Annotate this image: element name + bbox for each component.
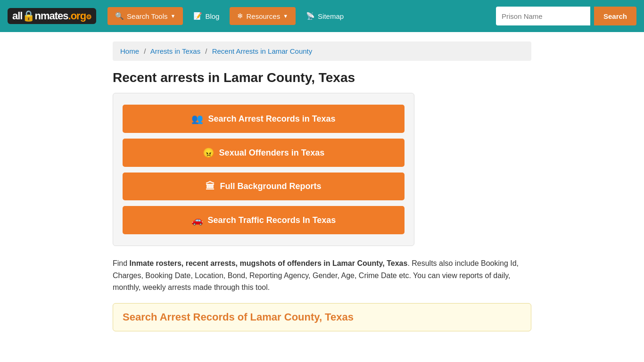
sitemap-label: Sitemap	[318, 12, 344, 20]
sitemap-icon: 📡	[306, 12, 315, 20]
breadcrumb-home-link[interactable]: Home	[120, 47, 139, 55]
background-reports-label: Full Background Reports	[220, 181, 321, 191]
description-text: Find Inmate rosters, recent arrests, mug…	[113, 257, 531, 294]
sexual-offenders-label: Sexual Offenders in Texas	[219, 148, 325, 158]
resources-button[interactable]: ❄ Resources ▼	[230, 7, 296, 25]
action-card: 👥 Search Arrest Records in Texas 😠 Sexua…	[113, 93, 414, 246]
navbar: all🔒nmates.org⚙ 🔍 Search Tools ▼ 📝 Blog …	[0, 0, 644, 32]
breadcrumb: Home / Arrests in Texas / Recent Arrests…	[113, 41, 531, 61]
arrest-records-icon: 👥	[191, 113, 203, 124]
traffic-records-label: Search Traffic Records In Texas	[208, 215, 336, 225]
resources-label: Resources	[246, 12, 280, 20]
breadcrumb-arrests-link[interactable]: Arrests in Texas	[150, 47, 200, 55]
description-intro: Find	[113, 259, 130, 267]
resources-icon: ❄	[237, 12, 243, 20]
traffic-records-button[interactable]: 🚗 Search Traffic Records In Texas	[123, 206, 405, 234]
logo[interactable]: all🔒nmates.org⚙	[8, 8, 96, 24]
breadcrumb-current: Recent Arrests in Lamar County	[212, 47, 313, 55]
traffic-records-icon: 🚗	[191, 214, 203, 226]
search-tools-arrow-icon: ▼	[171, 13, 176, 19]
page-title: Recent arrests in Lamar County, Texas	[113, 70, 531, 85]
main-content: Home / Arrests in Texas / Recent Arrests…	[105, 32, 539, 341]
logo-all: all	[12, 10, 22, 22]
resources-arrow-icon: ▼	[283, 13, 288, 19]
description-bold: Inmate rosters, recent arrests, mugshots…	[130, 259, 408, 267]
logo-inmates: nmates	[34, 10, 68, 22]
search-btn-label: Search	[603, 12, 627, 20]
search-tools-label: Search Tools	[127, 12, 167, 20]
blog-icon: 📝	[193, 12, 202, 20]
background-reports-icon: 🏛	[206, 181, 215, 192]
sitemap-button[interactable]: 📡 Sitemap	[299, 7, 350, 25]
search-tools-icon: 🔍	[115, 12, 124, 20]
sexual-offenders-button[interactable]: 😠 Sexual Offenders in Texas	[123, 139, 405, 167]
breadcrumb-sep-2: /	[205, 47, 207, 55]
search-section: Search Arrest Records of Lamar County, T…	[113, 303, 531, 331]
blog-button[interactable]: 📝 Blog	[187, 7, 226, 25]
search-section-title: Search Arrest Records of Lamar County, T…	[123, 311, 521, 323]
breadcrumb-sep-1: /	[144, 47, 146, 55]
prison-search-input[interactable]	[496, 7, 590, 25]
search-tools-button[interactable]: 🔍 Search Tools ▼	[107, 7, 183, 25]
logo-org: .org	[68, 10, 86, 22]
background-reports-button[interactable]: 🏛 Full Background Reports	[123, 173, 405, 200]
arrest-records-label: Search Arrest Records in Texas	[208, 114, 335, 124]
search-arrest-records-button[interactable]: 👥 Search Arrest Records in Texas	[123, 105, 405, 133]
prison-search-button[interactable]: Search	[594, 7, 636, 25]
sexual-offenders-icon: 😠	[203, 147, 215, 158]
blog-label: Blog	[205, 12, 219, 20]
